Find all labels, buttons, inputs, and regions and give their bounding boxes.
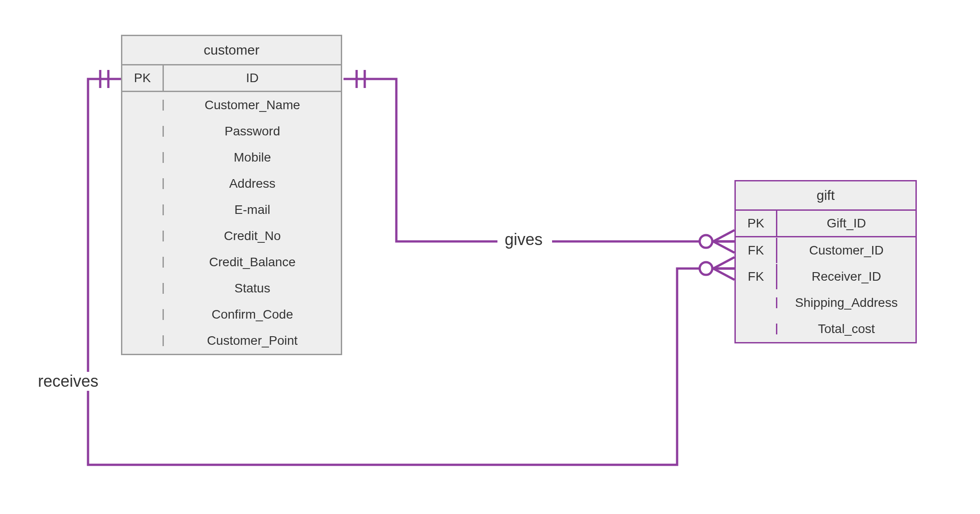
entity-row: PKGift_ID [736, 211, 915, 237]
key-cell: PK [122, 65, 164, 92]
key-cell: FK [736, 264, 777, 289]
entity-row: Customer_Point [122, 328, 341, 354]
key-cell [122, 178, 164, 189]
svg-point-2 [700, 235, 712, 248]
entity-row: Shipping_Address [736, 290, 915, 316]
attr-cell: Customer_Name [164, 93, 341, 118]
key-cell [122, 283, 164, 294]
entity-row: Status [122, 275, 341, 301]
entity-row: Credit_No [122, 223, 341, 249]
svg-point-8 [700, 262, 712, 275]
entity-gift-title: gift [736, 181, 915, 211]
attr-cell: Customer_ID [777, 238, 915, 263]
svg-line-9 [713, 257, 734, 269]
attr-cell: Customer_Point [164, 328, 341, 353]
key-cell [122, 231, 164, 241]
key-cell [122, 257, 164, 268]
entity-row: Customer_Name [122, 92, 341, 118]
entity-row: Credit_Balance [122, 249, 341, 275]
entity-gift: gift PKGift_ID FKCustomer_ID FKReceiver_… [734, 180, 917, 343]
entity-row: FKCustomer_ID [736, 237, 915, 264]
key-cell [736, 324, 777, 334]
key-cell [122, 152, 164, 163]
key-cell [122, 204, 164, 215]
entity-customer-title: customer [122, 36, 341, 65]
relationship-gives-label: gives [502, 230, 545, 249]
attr-cell: Credit_Balance [164, 250, 341, 275]
relationship-receives-label: receives [35, 372, 101, 391]
attr-cell: Status [164, 276, 341, 301]
svg-line-11 [713, 269, 734, 280]
key-cell [122, 335, 164, 346]
attr-cell: E-mail [164, 197, 341, 222]
entity-row: PKID [122, 65, 341, 92]
entity-customer-body: PKID Customer_Name Password Mobile Addre… [122, 65, 341, 354]
key-cell [736, 297, 777, 308]
attr-cell: Credit_No [164, 223, 341, 249]
entity-row: FKReceiver_ID [736, 264, 915, 290]
attr-cell: Mobile [164, 145, 341, 170]
attr-cell: Password [164, 119, 341, 144]
attr-cell: Total_cost [777, 316, 915, 342]
key-cell [122, 126, 164, 137]
entity-row: Confirm_Code [122, 301, 341, 328]
svg-line-5 [713, 241, 734, 253]
entity-customer: customer PKID Customer_Name Password Mob… [121, 35, 342, 355]
attr-cell: Gift_ID [777, 211, 915, 237]
key-cell: PK [736, 211, 777, 237]
attr-cell: Confirm_Code [164, 302, 341, 327]
key-cell [122, 100, 164, 111]
attr-cell: ID [164, 65, 341, 92]
entity-row: Password [122, 118, 341, 144]
entity-row: Mobile [122, 144, 341, 171]
entity-row: E-mail [122, 197, 341, 223]
entity-gift-body: PKGift_ID FKCustomer_ID FKReceiver_ID Sh… [736, 211, 915, 342]
attr-cell: Address [164, 171, 341, 196]
key-cell: FK [736, 238, 777, 263]
entity-row: Total_cost [736, 316, 915, 342]
svg-line-3 [713, 230, 734, 241]
entity-row: Address [122, 171, 341, 197]
key-cell [122, 309, 164, 320]
attr-cell: Shipping_Address [777, 290, 915, 315]
attr-cell: Receiver_ID [777, 264, 915, 289]
